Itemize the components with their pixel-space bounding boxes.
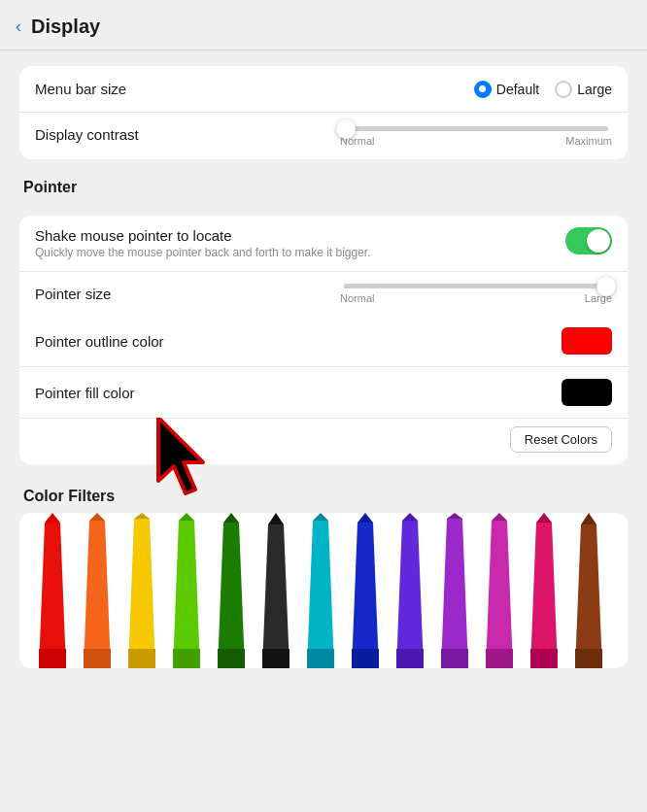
pointer-size-slider-container: Normal Large xyxy=(340,284,612,304)
svg-rect-5 xyxy=(84,649,111,668)
pencils-svg xyxy=(19,513,628,668)
svg-marker-31 xyxy=(492,513,507,521)
pencil-blue xyxy=(352,513,379,668)
contrast-slider-container: Normal Maximum xyxy=(340,126,612,147)
pointer-fill-color-swatch[interactable] xyxy=(562,379,612,406)
menu-bar-size-label: Menu bar size xyxy=(35,81,474,97)
reset-colors-button[interactable]: Reset Colors xyxy=(510,426,612,453)
display-settings-card: Menu bar size Default Large Display cont… xyxy=(19,66,628,159)
window: ‹ Display Menu bar size Default Large xyxy=(0,0,647,812)
svg-marker-28 xyxy=(447,513,462,519)
svg-rect-17 xyxy=(262,649,289,668)
toggle-thumb xyxy=(587,229,610,253)
svg-marker-27 xyxy=(441,519,468,668)
shake-mouse-row: Shake mouse pointer to locate Quickly mo… xyxy=(19,216,628,272)
shake-text-col: Shake mouse pointer to locate Quickly mo… xyxy=(35,227,565,259)
pointer-size-min-label: Normal xyxy=(340,292,374,304)
svg-marker-19 xyxy=(313,513,328,521)
svg-marker-6 xyxy=(128,519,155,668)
pointer-size-thumb[interactable] xyxy=(596,277,616,296)
pencil-magenta xyxy=(486,513,513,668)
pencil-dark-green xyxy=(218,513,245,668)
pointer-outline-color-label: Pointer outline color xyxy=(35,333,562,350)
radio-large-label: Large xyxy=(577,82,612,97)
pencil-lime xyxy=(173,513,200,668)
svg-rect-32 xyxy=(486,649,513,668)
contrast-slider-track[interactable] xyxy=(344,126,608,131)
pencil-brown xyxy=(575,513,602,668)
header: ‹ Display xyxy=(0,0,647,51)
svg-marker-18 xyxy=(307,521,334,668)
shake-label: Shake mouse pointer to locate xyxy=(35,227,565,244)
pencils-container xyxy=(19,513,628,668)
color-filters-header: Color Filters xyxy=(19,480,628,513)
pointer-outline-color-row: Pointer outline color xyxy=(19,316,628,367)
radio-large[interactable]: Large xyxy=(555,81,612,98)
pencil-red xyxy=(39,513,66,668)
svg-marker-1 xyxy=(45,513,60,523)
contrast-max-label: Maximum xyxy=(565,135,612,147)
reset-colors-row: Reset Colors xyxy=(19,419,628,464)
pointer-settings-card: Shake mouse pointer to locate Quickly mo… xyxy=(19,216,628,464)
svg-marker-25 xyxy=(402,513,418,521)
pencil-black xyxy=(262,513,289,668)
pencil-purple xyxy=(396,513,424,668)
svg-rect-14 xyxy=(218,649,245,668)
pointer-size-row: Pointer size Normal Large xyxy=(19,272,628,316)
radio-default[interactable]: Default xyxy=(474,81,539,98)
svg-rect-23 xyxy=(352,649,379,668)
pointer-size-fill xyxy=(344,284,608,288)
color-filters-section: Color Filters xyxy=(19,480,628,668)
pointer-fill-color-row: Pointer fill color xyxy=(19,367,628,419)
svg-marker-4 xyxy=(89,513,105,521)
svg-marker-16 xyxy=(268,513,284,524)
svg-marker-33 xyxy=(530,523,558,668)
svg-marker-30 xyxy=(486,521,513,668)
pointer-section-header: Pointer xyxy=(19,171,628,204)
svg-marker-10 xyxy=(179,513,194,521)
svg-rect-35 xyxy=(530,649,558,668)
pencil-orange xyxy=(84,513,111,668)
pointer-fill-color-label: Pointer fill color xyxy=(35,385,562,401)
svg-marker-15 xyxy=(262,524,289,668)
radio-large-circle xyxy=(555,81,572,98)
svg-marker-9 xyxy=(173,521,200,668)
pencil-violet xyxy=(441,513,468,668)
svg-marker-12 xyxy=(218,523,245,668)
shake-toggle[interactable] xyxy=(565,227,612,254)
svg-rect-38 xyxy=(575,649,602,668)
svg-rect-26 xyxy=(396,649,424,668)
svg-rect-11 xyxy=(173,649,200,668)
page-title: Display xyxy=(31,16,100,38)
svg-marker-36 xyxy=(575,524,602,668)
svg-marker-13 xyxy=(223,513,239,523)
radio-default-label: Default xyxy=(496,82,539,97)
back-button[interactable]: ‹ xyxy=(16,17,23,37)
contrast-slider-thumb[interactable] xyxy=(336,119,356,139)
pointer-size-labels: Normal Large xyxy=(340,292,612,304)
pencil-cyan xyxy=(307,513,334,668)
back-chevron-icon: ‹ xyxy=(16,17,21,37)
menu-bar-size-row: Menu bar size Default Large xyxy=(19,66,628,113)
svg-rect-2 xyxy=(39,649,66,668)
svg-marker-24 xyxy=(396,521,424,668)
svg-marker-34 xyxy=(536,513,552,523)
shake-description: Quickly move the mouse pointer back and … xyxy=(35,246,565,259)
svg-marker-37 xyxy=(581,513,596,524)
pencil-pink xyxy=(530,513,558,668)
menu-bar-radio-group: Default Large xyxy=(474,81,612,98)
svg-rect-29 xyxy=(441,649,468,668)
svg-marker-7 xyxy=(134,513,150,519)
svg-rect-20 xyxy=(307,649,334,668)
content-area: Menu bar size Default Large Display cont… xyxy=(0,51,647,684)
pencil-yellow xyxy=(128,513,155,668)
svg-marker-3 xyxy=(84,521,111,668)
radio-default-circle xyxy=(474,81,492,98)
display-contrast-label: Display contrast xyxy=(35,126,340,143)
svg-marker-22 xyxy=(358,513,373,523)
contrast-slider-labels: Normal Maximum xyxy=(340,135,612,147)
display-contrast-row: Display contrast Normal Maximum xyxy=(19,113,628,159)
pointer-size-track[interactable] xyxy=(344,284,608,288)
pointer-outline-color-swatch[interactable] xyxy=(562,327,612,355)
pointer-size-label: Pointer size xyxy=(35,286,340,302)
